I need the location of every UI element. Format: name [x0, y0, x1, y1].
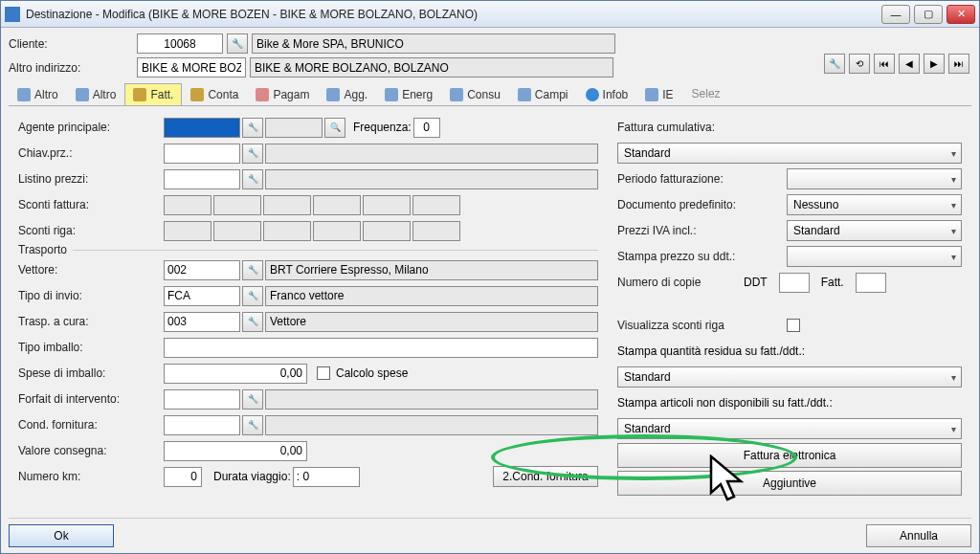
sconto-input[interactable] [313, 221, 361, 241]
agente-lookup-icon[interactable]: 🔧 [242, 118, 263, 138]
prezzi-iva-combo[interactable]: Standard [787, 220, 962, 241]
wrench-icon[interactable]: 🔧 [824, 54, 845, 74]
sconto-input[interactable] [164, 221, 212, 241]
forfait-label: Forfait di intervento: [18, 392, 162, 406]
agente-desc [265, 118, 323, 138]
cond-forn-label: Cond. fornitura: [18, 418, 162, 432]
tab-consu[interactable]: Consu [441, 83, 509, 105]
durata-input[interactable] [293, 467, 360, 487]
sconto-input[interactable] [213, 195, 261, 215]
altro-code-input[interactable] [137, 57, 246, 78]
nav-next-icon[interactable]: ▶ [924, 54, 945, 74]
chiav-input[interactable] [164, 144, 240, 164]
close-button[interactable]: ✕ [947, 5, 975, 24]
refresh-icon[interactable]: ⟲ [849, 54, 870, 74]
cliente-row: Cliente: 🔧 [9, 33, 971, 54]
tab-icon [586, 88, 599, 101]
doc-pred-combo[interactable]: Nessuno [787, 194, 962, 215]
fatt-copies-label: Fatt. [821, 276, 844, 289]
maximize-button[interactable]: ▢ [914, 5, 943, 24]
sconto-input[interactable] [313, 195, 361, 215]
client-area: Cliente: 🔧 Altro indirizzo: 🔧 ⟲ ⏮ ◀ ▶ ⏭ … [1, 28, 979, 504]
vis-sconti-checkbox[interactable] [787, 319, 800, 332]
cliente-code-input[interactable] [137, 33, 223, 54]
cond-forn-input[interactable] [164, 415, 240, 435]
vettore-lookup-icon[interactable]: 🔧 [242, 260, 263, 280]
tipo-imballo-input[interactable] [164, 338, 598, 358]
trasp-cura-input[interactable] [164, 312, 240, 332]
tipo-invio-input[interactable] [164, 286, 240, 306]
vettore-input[interactable] [164, 260, 240, 280]
forfait-lookup-icon[interactable]: 🔧 [242, 389, 263, 410]
altro-name-display [250, 57, 613, 78]
trasp-cura-label: Trasp. a cura: [18, 315, 162, 328]
cond-forn-desc [265, 415, 598, 435]
tipo-invio-lookup-icon[interactable]: 🔧 [242, 286, 263, 306]
sconto-input[interactable] [213, 221, 261, 241]
calcolo-spese-checkbox[interactable] [317, 366, 330, 380]
frequenza-input[interactable] [413, 118, 440, 138]
ddt-input[interactable] [779, 273, 810, 293]
cond-forn-lookup-icon[interactable]: 🔧 [242, 415, 263, 435]
valore-consegna-input[interactable] [164, 441, 307, 461]
aggiuntive-button[interactable]: Aggiuntive [617, 471, 962, 496]
tab-altro-2[interactable]: Altro [67, 83, 125, 105]
listino-desc [265, 169, 598, 189]
tab-conta[interactable]: Conta [182, 83, 247, 105]
cliente-lookup-icon[interactable]: 🔧 [227, 33, 248, 54]
form-body: Agente principale: 🔧 🔍 Frequenza: Chiav.… [9, 106, 971, 499]
chiav-desc [265, 144, 598, 164]
tab-ie[interactable]: IE [636, 83, 681, 105]
stampa-prezzo-combo[interactable] [787, 246, 962, 267]
stampa-prezzo-label: Stampa prezzo su ddt.: [617, 250, 785, 263]
listino-input[interactable] [164, 169, 240, 189]
sconto-input[interactable] [263, 195, 311, 215]
periodo-label: Periodo fatturazione: [617, 172, 785, 186]
numero-km-input[interactable] [164, 467, 202, 487]
right-column: Fattura cumulativa: Standard Periodo fat… [617, 116, 962, 499]
tab-fatt[interactable]: Fatt. [124, 83, 182, 105]
trasp-cura-lookup-icon[interactable]: 🔧 [242, 312, 263, 332]
chiav-lookup-icon[interactable]: 🔧 [242, 144, 263, 164]
periodo-combo[interactable] [787, 168, 962, 189]
app-icon [5, 7, 20, 22]
annulla-button[interactable]: Annulla [866, 524, 971, 547]
stampa-qta-combo[interactable]: Standard [617, 366, 962, 388]
sconto-input[interactable] [412, 195, 460, 215]
nav-first-icon[interactable]: ⏮ [874, 54, 895, 74]
tab-energ[interactable]: Energ [376, 83, 441, 105]
spese-imballo-input[interactable] [164, 364, 307, 384]
sconto-input[interactable] [164, 195, 212, 215]
tab-pagam[interactable]: Pagam [247, 83, 318, 105]
fatt-copies-input[interactable] [856, 273, 886, 293]
tab-icon [518, 88, 531, 101]
cliente-name-display [252, 33, 615, 54]
nav-last-icon[interactable]: ⏭ [948, 54, 969, 74]
sconto-input[interactable] [363, 221, 411, 241]
vettore-label: Vettore: [18, 263, 162, 277]
sconto-input[interactable] [412, 221, 460, 241]
cliente-label: Cliente: [9, 37, 133, 51]
listino-label: Listino prezzi: [18, 172, 162, 186]
sconto-input[interactable] [263, 221, 311, 241]
cond-fornitura-2-button[interactable]: 2.Cond. fornitura [493, 466, 598, 487]
forfait-input[interactable] [164, 389, 240, 410]
tab-altro-1[interactable]: Altro [9, 83, 67, 105]
dialog-footer: Ok Annulla [9, 518, 971, 547]
fatt-cum-combo[interactable]: Standard [617, 143, 962, 164]
agente-input[interactable] [164, 118, 240, 138]
trasp-cura-desc: Vettore [265, 312, 598, 332]
stampa-art-combo[interactable]: Standard [617, 418, 962, 439]
tab-infob[interactable]: Infob [577, 83, 637, 105]
spese-imballo-label: Spese di imballo: [18, 366, 162, 380]
agente-search-icon[interactable]: 🔍 [324, 118, 345, 138]
ok-button[interactable]: Ok [9, 524, 114, 547]
tab-icon [76, 88, 89, 101]
tab-agg[interactable]: Agg. [318, 83, 376, 105]
minimize-button[interactable]: — [881, 5, 910, 24]
tab-campi[interactable]: Campi [509, 83, 577, 105]
nav-prev-icon[interactable]: ◀ [899, 54, 920, 74]
sconto-input[interactable] [363, 195, 411, 215]
fattura-elettronica-button[interactable]: Fattura elettronica [617, 443, 962, 468]
listino-lookup-icon[interactable]: 🔧 [242, 169, 263, 189]
